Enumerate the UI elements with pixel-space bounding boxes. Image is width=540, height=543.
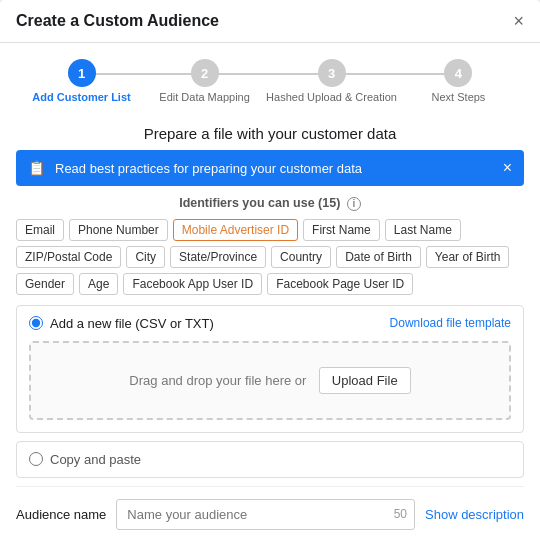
upload-file-button[interactable]: Upload File xyxy=(319,367,411,394)
identifier-tag: Phone Number xyxy=(69,219,168,241)
audience-name-input[interactable] xyxy=(116,499,415,530)
close-button[interactable]: × xyxy=(513,12,524,30)
identifier-tag: City xyxy=(126,246,165,268)
modal-title: Create a Custom Audience xyxy=(16,12,219,30)
step-3-circle: 3 xyxy=(318,59,346,87)
modal-footer: Cancel Back Next xyxy=(0,538,540,543)
upload-section: Add a new file (CSV or TXT) Download fil… xyxy=(16,305,524,433)
download-template-link[interactable]: Download file template xyxy=(390,316,511,330)
section-title: Prepare a file with your customer data xyxy=(16,111,524,150)
copy-section: Copy and paste xyxy=(16,441,524,478)
step-3: 3 Hashed Upload & Creation xyxy=(266,59,397,103)
tags-container: EmailPhone NumberMobile Advertiser IDFir… xyxy=(16,219,524,295)
copy-label: Copy and paste xyxy=(50,452,141,467)
step-3-label: Hashed Upload & Creation xyxy=(266,91,397,103)
copy-radio[interactable] xyxy=(29,452,43,466)
step-4-label: Next Steps xyxy=(432,91,486,103)
identifier-tag: Year of Birth xyxy=(426,246,510,268)
info-banner-close-button[interactable]: × xyxy=(503,159,512,177)
modal: Create a Custom Audience × 1 Add Custome… xyxy=(0,0,540,543)
identifiers-text: Identifiers you can use xyxy=(179,196,314,210)
add-file-radio[interactable] xyxy=(29,316,43,330)
step-2-label: Edit Data Mapping xyxy=(159,91,250,103)
audience-name-row: Audience name 50 Show description xyxy=(16,486,524,538)
step-1-label: Add Customer List xyxy=(32,91,130,103)
dropzone[interactable]: Drag and drop your file here or Upload F… xyxy=(29,341,511,420)
char-count: 50 xyxy=(394,507,407,521)
modal-body: Prepare a file with your customer data 📋… xyxy=(0,111,540,538)
step-2-circle: 2 xyxy=(191,59,219,87)
identifiers-count: (15) xyxy=(318,196,340,210)
info-banner-text: 📋 Read best practices for preparing your… xyxy=(28,160,362,176)
show-description-link[interactable]: Show description xyxy=(425,507,524,522)
info-icon: i xyxy=(347,197,361,211)
identifier-tag: Country xyxy=(271,246,331,268)
info-banner-message: Read best practices for preparing your c… xyxy=(55,161,362,176)
modal-header: Create a Custom Audience × xyxy=(0,0,540,43)
step-2: 2 Edit Data Mapping xyxy=(143,59,266,103)
step-1-circle: 1 xyxy=(68,59,96,87)
audience-name-label: Audience name xyxy=(16,507,106,522)
audience-name-input-wrap: 50 xyxy=(116,499,415,530)
info-banner: 📋 Read best practices for preparing your… xyxy=(16,150,524,186)
dropzone-text: Drag and drop your file here or xyxy=(129,373,306,388)
identifier-tag: Mobile Advertiser ID xyxy=(173,219,298,241)
identifier-tag: Facebook Page User ID xyxy=(267,273,413,295)
identifier-tag: Gender xyxy=(16,273,74,295)
upload-header: Add a new file (CSV or TXT) Download fil… xyxy=(17,306,523,341)
identifier-tag: Date of Birth xyxy=(336,246,421,268)
identifier-tag: Email xyxy=(16,219,64,241)
identifier-tag: Last Name xyxy=(385,219,461,241)
identifier-tag: ZIP/Postal Code xyxy=(16,246,121,268)
identifier-tag: First Name xyxy=(303,219,380,241)
book-icon: 📋 xyxy=(28,160,45,176)
add-file-radio-label[interactable]: Add a new file (CSV or TXT) xyxy=(29,316,214,331)
step-1: 1 Add Customer List xyxy=(20,59,143,103)
step-4: 4 Next Steps xyxy=(397,59,520,103)
identifiers-label: Identifiers you can use (15) i xyxy=(16,196,524,211)
identifier-tag: State/Province xyxy=(170,246,266,268)
identifier-tag: Age xyxy=(79,273,118,295)
step-4-circle: 4 xyxy=(444,59,472,87)
copy-radio-label[interactable]: Copy and paste xyxy=(29,452,511,467)
add-file-label: Add a new file (CSV or TXT) xyxy=(50,316,214,331)
stepper: 1 Add Customer List 2 Edit Data Mapping … xyxy=(0,43,540,111)
identifier-tag: Facebook App User ID xyxy=(123,273,262,295)
